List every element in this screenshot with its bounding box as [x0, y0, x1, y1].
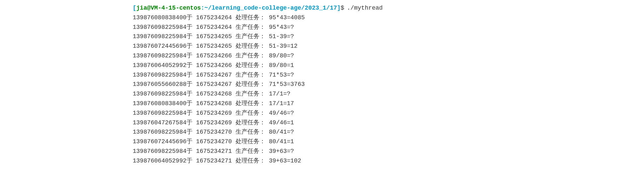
- timestamp: 1675234269: [196, 110, 232, 116]
- at-char: 于: [186, 81, 192, 88]
- output-line: 139876098225984于 1675234271 生产任务： 39+63=…: [133, 147, 644, 156]
- at-char: 于: [186, 14, 192, 21]
- action-label: 生产任务：: [236, 52, 265, 59]
- output-line: 139876098225984于 1675234269 生产任务： 49/46=…: [133, 108, 644, 118]
- task-expression: 95*43=4085: [269, 14, 305, 21]
- thread-id: 139876080838400: [133, 14, 186, 21]
- prompt-dollar: $: [341, 3, 344, 13]
- thread-id: 139876055660288: [133, 81, 186, 88]
- at-char: 于: [186, 72, 192, 78]
- timestamp: 1675234266: [196, 52, 232, 59]
- prompt-host: VM-4-15-centos: [151, 3, 201, 13]
- timestamp: 1675234266: [196, 62, 232, 69]
- prompt-path: ~/learning_code-college-age/2023_1/17: [204, 3, 337, 13]
- task-expression: 71*53=?: [269, 72, 294, 78]
- at-char: 于: [186, 138, 192, 145]
- thread-id: 139876098225984: [133, 129, 186, 135]
- output-line: 139876064052992于 1675234266 处理任务： 89/80=…: [133, 61, 644, 70]
- timestamp: 1675234271: [196, 148, 232, 155]
- action-label: 处理任务：: [236, 14, 265, 21]
- task-expression: 89/80=?: [269, 52, 294, 59]
- at-char: 于: [186, 62, 192, 69]
- bracket-close: ]: [337, 3, 341, 13]
- thread-id: 139876064052992: [133, 62, 186, 69]
- output-line: 139876098225984于 1675234266 生产任务： 89/80=…: [133, 51, 644, 61]
- task-expression: 80/41=1: [269, 138, 294, 145]
- action-label: 处理任务：: [236, 119, 265, 126]
- timestamp: 1675234267: [196, 72, 232, 78]
- timestamp: 1675234264: [196, 24, 232, 31]
- output-lines-container: 139876080838400于 1675234264 处理任务： 95*43=…: [133, 13, 644, 166]
- task-expression: 49/46=1: [269, 119, 294, 126]
- task-expression: 39+63=?: [269, 148, 294, 155]
- bracket-open: [: [133, 3, 136, 13]
- output-line: 139876098225984于 1675234270 生产任务： 80/41=…: [133, 127, 644, 137]
- at-char: 于: [186, 157, 192, 164]
- task-expression: 80/41=?: [269, 129, 294, 135]
- at-char: 于: [186, 119, 192, 126]
- terminal-output: [jia@VM-4-15-centos:~/learning_code-coll…: [0, 0, 644, 169]
- action-label: 生产任务：: [236, 148, 265, 155]
- thread-id: 139876098225984: [133, 148, 186, 155]
- output-line: 139876072445696于 1675234265 处理任务： 51-39=…: [133, 41, 644, 51]
- output-line: 139876080838400于 1675234268 处理任务： 17/1=1…: [133, 99, 644, 108]
- thread-id: 139876072445696: [133, 43, 186, 49]
- prompt-line: [jia@VM-4-15-centos:~/learning_code-coll…: [133, 3, 644, 13]
- action-label: 生产任务：: [236, 24, 265, 31]
- task-expression: 17/1=17: [269, 100, 294, 107]
- timestamp: 1675234264: [196, 14, 232, 21]
- action-label: 处理任务：: [236, 43, 265, 49]
- task-expression: 51-39=12: [269, 43, 298, 49]
- output-line: 139876055660288于 1675234267 处理任务： 71*53=…: [133, 80, 644, 89]
- thread-id: 139876098225984: [133, 91, 186, 97]
- thread-id: 139876064052992: [133, 157, 186, 164]
- thread-id: 139876080838400: [133, 100, 186, 107]
- output-line: 139876098225984于 1675234265 生产任务： 51-39=…: [133, 32, 644, 41]
- at-char: 于: [186, 52, 192, 59]
- action-label: 生产任务：: [236, 33, 265, 40]
- timestamp: 1675234270: [196, 129, 232, 135]
- thread-id: 139876047267584: [133, 119, 186, 126]
- timestamp: 1675234271: [196, 157, 232, 164]
- at-char: 于: [186, 33, 192, 40]
- prompt-user: jia: [136, 3, 147, 13]
- task-expression: 17/1=?: [269, 91, 291, 97]
- timestamp: 1675234265: [196, 43, 232, 49]
- action-label: 处理任务：: [236, 100, 265, 107]
- action-label: 处理任务：: [236, 138, 265, 145]
- timestamp: 1675234265: [196, 33, 232, 40]
- thread-id: 139876098225984: [133, 52, 186, 59]
- output-line: 139876098225984于 1675234267 生产任务： 71*53=…: [133, 70, 644, 80]
- at-char: 于: [186, 43, 192, 49]
- timestamp: 1675234267: [196, 81, 232, 88]
- thread-id: 139876072445696: [133, 138, 186, 145]
- thread-id: 139876098225984: [133, 33, 186, 40]
- command-text: ./mythread: [347, 3, 383, 13]
- task-expression: 89/80=1: [269, 62, 294, 69]
- at-char: 于: [186, 148, 192, 155]
- prompt-colon: :: [201, 3, 204, 13]
- prompt-at: @: [147, 3, 151, 13]
- timestamp: 1675234270: [196, 138, 232, 145]
- thread-id: 139876098225984: [133, 110, 186, 116]
- action-label: 处理任务：: [236, 62, 265, 69]
- task-expression: 39+63=102: [269, 157, 301, 164]
- output-line: 139876072445696于 1675234270 处理任务： 80/41=…: [133, 137, 644, 147]
- output-line: 139876047267584于 1675234269 处理任务： 49/46=…: [133, 118, 644, 128]
- at-char: 于: [186, 24, 192, 31]
- action-label: 生产任务：: [236, 91, 265, 97]
- output-line: 139876080838400于 1675234264 处理任务： 95*43=…: [133, 13, 644, 23]
- action-label: 生产任务：: [236, 72, 265, 78]
- output-line: 139876098225984于 1675234268 生产任务： 17/1=?: [133, 89, 644, 99]
- task-expression: 71*53=3763: [269, 81, 305, 88]
- action-label: 处理任务：: [236, 81, 265, 88]
- task-expression: 51-39=?: [269, 33, 294, 40]
- task-expression: 95*43=?: [269, 24, 294, 31]
- thread-id: 139876098225984: [133, 72, 186, 78]
- timestamp: 1675234269: [196, 119, 232, 126]
- timestamp: 1675234268: [196, 91, 232, 97]
- timestamp: 1675234268: [196, 100, 232, 107]
- output-line: 139876098225984于 1675234264 生产任务： 95*43=…: [133, 23, 644, 32]
- at-char: 于: [186, 129, 192, 135]
- output-line: 139876064052992于 1675234271 处理任务： 39+63=…: [133, 156, 644, 166]
